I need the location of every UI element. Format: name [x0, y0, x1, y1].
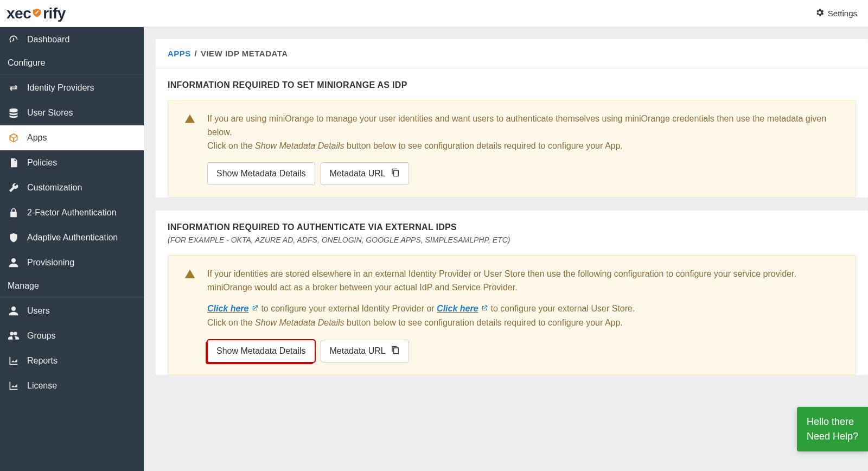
help-line2: Need Help? [807, 429, 858, 444]
sidebar-section-configure: Configure [0, 52, 144, 74]
help-widget[interactable]: Hello there Need Help? [797, 407, 868, 451]
brand-logo: xecrify [7, 5, 66, 22]
section2-alert: If your identities are stored elsewhere … [168, 255, 856, 374]
alert-text: Click here to configure your external Id… [207, 302, 844, 316]
panel-idp-metadata: APPS / VIEW IDP METADATA INFORMATION REQ… [156, 39, 868, 198]
topbar: xecrify Settings [0, 0, 868, 27]
breadcrumb: APPS / VIEW IDP METADATA [168, 49, 856, 58]
sidebar-item-adaptive-auth[interactable]: Adaptive Authentication [0, 225, 144, 250]
alert-text: If you are using miniOrange to manage yo… [207, 112, 844, 139]
shield-icon [31, 5, 43, 22]
sidebar-item-label: Groups [27, 331, 55, 341]
help-line1: Hello there [807, 415, 858, 429]
sidebar-item-dashboard[interactable]: Dashboard [0, 27, 144, 52]
main-content: APPS / VIEW IDP METADATA INFORMATION REQ… [144, 27, 868, 471]
show-metadata-details-button[interactable]: Show Metadata Details [207, 340, 315, 362]
chart-icon [8, 380, 20, 392]
sidebar-item-label: Users [27, 306, 50, 316]
sidebar-item-policies[interactable]: Policies [0, 150, 144, 175]
external-link-icon [251, 303, 259, 316]
copy-icon [391, 168, 400, 179]
sidebar-item-groups[interactable]: Groups [0, 323, 144, 348]
alert-text: Click on the Show Metadata Details butto… [207, 139, 844, 153]
file-icon [8, 157, 20, 169]
settings-label: Settings [828, 9, 857, 18]
breadcrumb-separator: / [195, 49, 197, 58]
sidebar-item-label: Identity Providers [27, 83, 94, 93]
lock-icon [8, 207, 20, 219]
sidebar-item-identity-providers[interactable]: Identity Providers [0, 75, 144, 100]
copy-icon [391, 346, 400, 357]
wrench-icon [8, 182, 20, 194]
sidebar: Dashboard Configure Identity Providers U… [0, 27, 144, 471]
alert-text: If your identities are stored elsewhere … [207, 268, 844, 295]
section2-subtitle: (FOR EXAMPLE - OKTA, AZURE AD, ADFS, ONE… [156, 234, 868, 249]
sidebar-item-label: Provisioning [27, 258, 74, 268]
user-icon [8, 257, 20, 269]
sidebar-item-provisioning[interactable]: Provisioning [0, 250, 144, 275]
warning-icon [184, 269, 195, 284]
gear-icon [815, 8, 825, 19]
cube-icon [8, 132, 20, 144]
sidebar-item-license[interactable]: License [0, 373, 144, 398]
section1-alert: If you are using miniOrange to manage yo… [168, 100, 856, 198]
show-metadata-details-button[interactable]: Show Metadata Details [207, 162, 315, 185]
sidebar-section-manage: Manage [0, 275, 144, 297]
breadcrumb-apps-link[interactable]: APPS [168, 49, 191, 58]
sidebar-item-reports[interactable]: Reports [0, 348, 144, 373]
database-icon [8, 107, 20, 119]
users-icon [8, 330, 20, 342]
sidebar-item-label: License [27, 381, 57, 391]
tachometer-icon [8, 34, 20, 46]
configure-userstore-link[interactable]: Click here [437, 304, 478, 313]
section2-title: INFORMATION REQUIRED TO AUTHENTICATE VIA… [156, 211, 868, 234]
alert-text: Click on the Show Metadata Details butto… [207, 316, 844, 330]
user-icon [8, 305, 20, 317]
sidebar-item-2fa[interactable]: 2-Factor Authentication [0, 200, 144, 225]
sidebar-item-label: Reports [27, 356, 58, 366]
configure-idp-link[interactable]: Click here [207, 304, 248, 313]
external-link-icon [481, 303, 488, 316]
panel-external-idps: INFORMATION REQUIRED TO AUTHENTICATE VIA… [156, 211, 868, 374]
sidebar-item-apps[interactable]: Apps [0, 125, 144, 150]
sidebar-item-users[interactable]: Users [0, 298, 144, 323]
warning-icon [184, 113, 195, 129]
settings-link[interactable]: Settings [815, 8, 857, 19]
sidebar-item-label: Adaptive Authentication [27, 233, 118, 243]
chart-icon [8, 355, 20, 367]
sidebar-item-label: Dashboard [27, 35, 69, 44]
metadata-url-button[interactable]: Metadata URL [321, 162, 409, 185]
metadata-url-button[interactable]: Metadata URL [321, 340, 409, 362]
sidebar-item-label: Policies [27, 158, 57, 168]
sidebar-item-label: Apps [27, 133, 47, 143]
sidebar-item-customization[interactable]: Customization [0, 175, 144, 200]
sidebar-item-label: 2-Factor Authentication [27, 208, 117, 218]
section1-title: INFORMATION REQUIRED TO SET MINIORANGE A… [156, 68, 868, 92]
sidebar-item-label: User Stores [27, 108, 73, 118]
shield-icon [8, 232, 20, 244]
exchange-icon [8, 82, 20, 94]
breadcrumb-page: VIEW IDP METADATA [201, 49, 288, 58]
sidebar-item-user-stores[interactable]: User Stores [0, 100, 144, 125]
sidebar-item-label: Customization [27, 183, 82, 193]
